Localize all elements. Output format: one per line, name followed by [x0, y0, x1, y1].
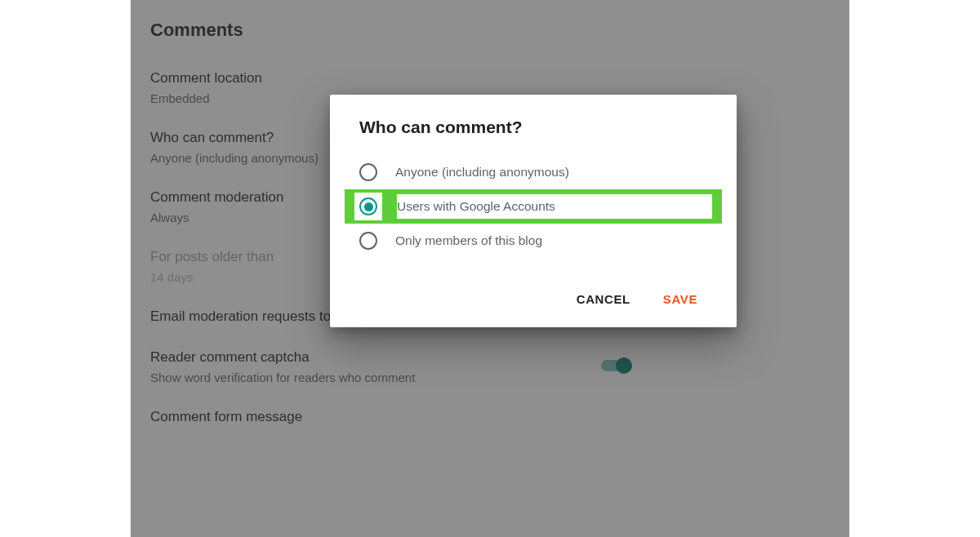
- radio-icon: [359, 232, 377, 250]
- radio-label: Users with Google Accounts: [397, 199, 555, 214]
- radio-inner-icon: [364, 202, 373, 211]
- radio-label: Only members of this blog: [395, 233, 542, 248]
- radio-label: Anyone (including anonymous): [395, 165, 569, 180]
- radio-icon: [359, 197, 377, 215]
- dialog-title: Who can comment?: [330, 118, 737, 155]
- radio-icon: [359, 163, 377, 181]
- radio-group: Anyone (including anonymous) Users with …: [330, 155, 737, 258]
- cancel-button[interactable]: CANCEL: [577, 292, 630, 306]
- save-button[interactable]: SAVE: [663, 292, 697, 306]
- who-can-comment-dialog: Who can comment? Anyone (including anony…: [330, 95, 737, 327]
- dialog-actions: CANCEL SAVE: [330, 258, 737, 313]
- radio-option-google-accounts[interactable]: Users with Google Accounts: [345, 189, 722, 224]
- radio-option-members-only[interactable]: Only members of this blog: [330, 224, 737, 258]
- radio-option-anyone[interactable]: Anyone (including anonymous): [330, 155, 737, 189]
